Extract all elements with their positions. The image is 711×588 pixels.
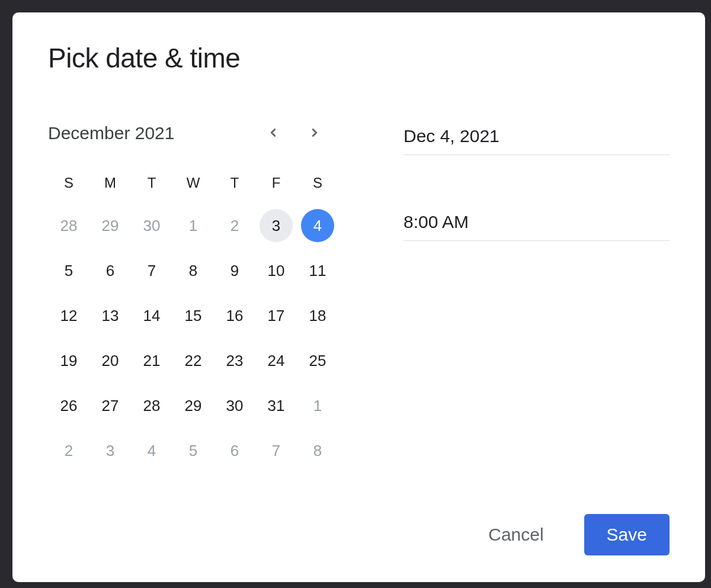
- day-button[interactable]: 2: [52, 434, 85, 467]
- day-cell: 9: [214, 254, 255, 287]
- day-button[interactable]: 19: [52, 344, 85, 377]
- day-cell: 19: [48, 344, 89, 377]
- day-cell: 21: [131, 344, 172, 377]
- day-button[interactable]: 14: [135, 299, 168, 332]
- day-cell: 30: [131, 209, 172, 242]
- modal-actions: Cancel Save: [48, 514, 670, 555]
- day-cell: 26: [48, 389, 89, 422]
- day-button[interactable]: 7: [260, 434, 293, 467]
- cancel-button[interactable]: Cancel: [466, 514, 566, 555]
- day-cell: 5: [48, 254, 89, 287]
- weekday-label: M: [89, 169, 131, 197]
- weekday-label: F: [255, 169, 297, 197]
- day-cell: 8: [297, 434, 338, 467]
- day-button[interactable]: 29: [94, 209, 127, 242]
- chevron-right-icon: [308, 126, 321, 141]
- day-cell: 10: [255, 254, 297, 287]
- day-button[interactable]: 9: [218, 254, 251, 287]
- day-cell: 4: [297, 209, 338, 242]
- day-cell: 30: [214, 389, 255, 422]
- day-button[interactable]: 6: [218, 434, 251, 467]
- day-button[interactable]: 1: [301, 389, 334, 422]
- day-button[interactable]: 18: [301, 299, 334, 332]
- day-button[interactable]: 8: [177, 254, 210, 287]
- day-button[interactable]: 5: [177, 434, 210, 467]
- day-button[interactable]: 8: [301, 434, 334, 467]
- day-cell: 12: [48, 299, 89, 332]
- day-cell: 20: [89, 344, 131, 377]
- day-button[interactable]: 10: [260, 254, 293, 287]
- day-cell: 31: [255, 389, 297, 422]
- day-button[interactable]: 31: [260, 389, 293, 422]
- next-month-button[interactable]: [303, 121, 326, 145]
- day-button[interactable]: 20: [94, 344, 127, 377]
- calendar-days-grid: 2829301234567891011121314151617181920212…: [48, 209, 338, 467]
- weekday-label: S: [297, 169, 338, 197]
- save-button[interactable]: Save: [584, 514, 670, 555]
- day-cell: 6: [89, 254, 131, 287]
- day-button[interactable]: 28: [52, 209, 85, 242]
- day-cell: 1: [297, 389, 338, 422]
- day-button[interactable]: 25: [301, 344, 334, 377]
- calendar-section: December 2021 SMTWTFS 28293012345678: [48, 121, 338, 467]
- day-button[interactable]: 12: [52, 299, 85, 332]
- day-button[interactable]: 4: [135, 434, 168, 467]
- day-cell: 2: [214, 209, 255, 242]
- day-button[interactable]: 27: [94, 389, 127, 422]
- day-cell: 8: [172, 254, 214, 287]
- day-button[interactable]: 2: [218, 209, 251, 242]
- day-cell: 28: [131, 389, 172, 422]
- day-cell: 3: [255, 209, 297, 242]
- day-button[interactable]: 6: [94, 254, 127, 287]
- day-button[interactable]: 16: [218, 299, 251, 332]
- day-cell: 3: [89, 434, 131, 467]
- day-button[interactable]: 4: [301, 209, 334, 242]
- day-cell: 24: [255, 344, 297, 377]
- weekday-label: T: [214, 169, 255, 197]
- day-button[interactable]: 5: [52, 254, 85, 287]
- weekday-label: S: [48, 169, 89, 197]
- day-cell: 29: [89, 209, 131, 242]
- day-cell: 23: [214, 344, 255, 377]
- prev-month-button[interactable]: [261, 121, 285, 145]
- time-input[interactable]: [403, 207, 670, 241]
- day-cell: 1: [172, 209, 214, 242]
- day-button[interactable]: 29: [177, 389, 210, 422]
- day-button[interactable]: 21: [135, 344, 168, 377]
- day-button[interactable]: 23: [218, 344, 251, 377]
- day-button[interactable]: 3: [260, 209, 293, 242]
- weekday-label: W: [172, 169, 214, 197]
- content-row: December 2021 SMTWTFS 28293012345678: [48, 121, 670, 467]
- day-cell: 14: [131, 299, 172, 332]
- day-cell: 7: [131, 254, 172, 287]
- day-button[interactable]: 11: [301, 254, 334, 287]
- day-button[interactable]: 17: [260, 299, 293, 332]
- day-button[interactable]: 13: [94, 299, 127, 332]
- day-button[interactable]: 3: [94, 434, 127, 467]
- day-cell: 11: [297, 254, 338, 287]
- day-cell: 4: [131, 434, 172, 467]
- day-button[interactable]: 30: [135, 209, 168, 242]
- day-cell: 29: [172, 389, 214, 422]
- weekday-label: T: [131, 169, 172, 197]
- day-button[interactable]: 28: [135, 389, 168, 422]
- day-button[interactable]: 30: [218, 389, 251, 422]
- day-cell: 18: [297, 299, 338, 332]
- calendar-header: December 2021: [48, 121, 338, 145]
- day-button[interactable]: 26: [52, 389, 85, 422]
- date-input[interactable]: [403, 121, 670, 155]
- day-button[interactable]: 1: [177, 209, 210, 242]
- day-button[interactable]: 7: [135, 254, 168, 287]
- day-button[interactable]: 15: [177, 299, 210, 332]
- day-button[interactable]: 24: [260, 344, 293, 377]
- day-cell: 27: [89, 389, 131, 422]
- chevron-left-icon: [267, 126, 280, 141]
- month-year-label: December 2021: [48, 123, 261, 143]
- day-cell: 7: [255, 434, 297, 467]
- day-cell: 13: [89, 299, 131, 332]
- day-cell: 6: [214, 434, 255, 467]
- day-button[interactable]: 22: [177, 344, 210, 377]
- day-cell: 22: [172, 344, 214, 377]
- month-nav-buttons: [261, 121, 326, 145]
- day-cell: 2: [48, 434, 89, 467]
